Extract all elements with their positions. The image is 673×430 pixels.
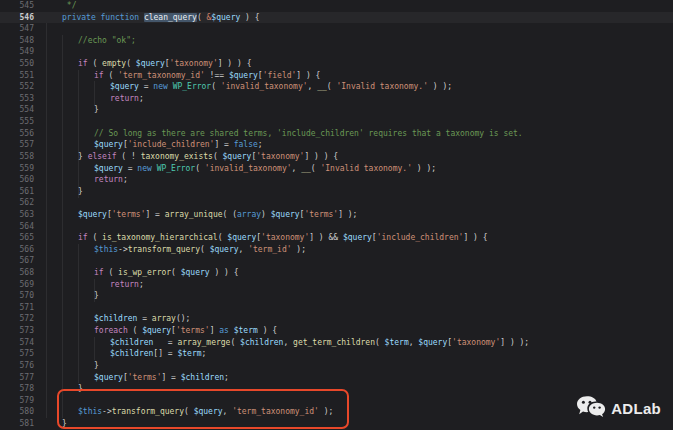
line-number[interactable]: 568 <box>0 267 34 279</box>
line-number[interactable]: 559 <box>0 163 34 175</box>
line-number[interactable]: 558 <box>0 151 34 163</box>
line-number[interactable]: 552 <box>0 81 34 93</box>
code-line[interactable]: 559 $query = new WP_Error( 'invalid_taxo… <box>0 163 673 175</box>
code-text: return; <box>34 93 673 105</box>
token-pun: , <box>239 245 249 254</box>
line-number[interactable]: 578 <box>0 383 34 395</box>
line-number[interactable]: 547 <box>0 23 34 35</box>
code-line[interactable]: 560 return; <box>0 174 673 186</box>
token-pun: ( <box>211 82 221 91</box>
line-number[interactable]: 550 <box>0 58 34 70</box>
line-number[interactable]: 546 <box>0 12 34 24</box>
token-var: $query <box>78 210 107 219</box>
code-line[interactable]: 558 } elseif ( ! taxonomy_exists( $query… <box>0 151 673 163</box>
token-pun: = <box>153 338 177 347</box>
code-line[interactable]: 550 if ( empty( $query['taxonomy'] ) ) { <box>0 58 673 70</box>
token-pun: ] = <box>161 373 180 382</box>
code-line[interactable]: 573 foreach ( $query['terms'] as $term )… <box>0 325 673 337</box>
code-line[interactable]: 562 <box>0 197 673 209</box>
token-fn: is_taxonomy_hierarchical <box>102 233 218 242</box>
line-number[interactable]: 563 <box>0 209 34 221</box>
token-var: $query <box>136 59 165 68</box>
code-line[interactable]: 577 $query['terms'] = $children; <box>0 372 673 384</box>
code-text: $children = array_merge( $children, get_… <box>34 337 673 349</box>
code-line[interactable]: 566 $this->transform_query( $query, 'ter… <box>0 244 673 256</box>
line-number[interactable]: 572 <box>0 313 34 325</box>
token-var: $query <box>227 233 256 242</box>
code-line[interactable]: 581 } <box>0 418 673 430</box>
line-number[interactable]: 562 <box>0 197 34 209</box>
line-number[interactable]: 579 <box>0 395 34 407</box>
line-number[interactable]: 564 <box>0 221 34 233</box>
token-var: $children <box>110 349 153 358</box>
token-pun: , <box>283 338 293 347</box>
line-number[interactable]: 581 <box>0 418 34 430</box>
token-pun: } <box>46 361 99 370</box>
code-line[interactable]: 552 $query = new WP_Error( 'invalid_taxo… <box>0 81 673 93</box>
code-line[interactable]: 565 if ( is_taxonomy_hierarchical( $quer… <box>0 232 673 244</box>
code-line[interactable]: 548 //echo "ok"; <box>0 35 673 47</box>
code-line[interactable]: 570 } <box>0 290 673 302</box>
code-line[interactable]: 579 <box>0 395 673 407</box>
code-line[interactable]: 556 // So long as there are shared terms… <box>0 128 673 140</box>
code-line[interactable]: 555 <box>0 116 673 128</box>
line-number[interactable]: 560 <box>0 174 34 186</box>
line-number[interactable]: 555 <box>0 116 34 128</box>
code-line[interactable]: 554 } <box>0 104 673 116</box>
code-line[interactable]: 549 <box>0 46 673 58</box>
line-number[interactable]: 573 <box>0 325 34 337</box>
code-text <box>34 302 673 314</box>
token-pun: } <box>46 105 99 114</box>
code-line[interactable]: 563 $query['terms'] = array_unique( (arr… <box>0 209 673 221</box>
line-number[interactable]: 549 <box>0 46 34 58</box>
line-number[interactable]: 556 <box>0 128 34 140</box>
code-line[interactable]: 572 $children = array(); <box>0 313 673 325</box>
code-editor[interactable]: 545 */546 private function clean_query( … <box>0 0 673 430</box>
line-number[interactable]: 554 <box>0 104 34 116</box>
token-pun <box>46 71 94 80</box>
token-pun: ) <box>261 210 271 219</box>
line-number[interactable]: 577 <box>0 372 34 384</box>
code-line[interactable]: 576 } <box>0 360 673 372</box>
code-line[interactable]: 575 $children[] = $term; <box>0 348 673 360</box>
token-pun <box>46 407 78 416</box>
line-number[interactable]: 551 <box>0 70 34 82</box>
token-kw: private <box>62 13 96 22</box>
line-number[interactable]: 566 <box>0 244 34 256</box>
token-pun: ) { <box>258 326 277 335</box>
line-number[interactable]: 576 <box>0 360 34 372</box>
token-pun: ( <box>327 82 337 91</box>
line-number[interactable]: 574 <box>0 337 34 349</box>
line-number[interactable]: 553 <box>0 93 34 105</box>
line-number[interactable]: 569 <box>0 279 34 291</box>
code-line[interactable]: 567 <box>0 255 673 267</box>
code-line[interactable]: 574 $children = array_merge( $children, … <box>0 337 673 349</box>
line-number[interactable]: 561 <box>0 186 34 198</box>
code-line[interactable]: 553 return; <box>0 93 673 105</box>
code-line[interactable]: 561 } <box>0 186 673 198</box>
token-pun: ; <box>258 140 263 149</box>
code-line[interactable]: 547 <box>0 23 673 35</box>
code-line[interactable]: 578 } <box>0 383 673 395</box>
code-line[interactable]: 551 if ( 'term_taxonomy_id' !== $query['… <box>0 70 673 82</box>
token-pun: ( <box>311 164 321 173</box>
code-line[interactable]: 569 return; <box>0 279 673 291</box>
line-number[interactable]: 570 <box>0 290 34 302</box>
line-number[interactable]: 580 <box>0 406 34 418</box>
code-line[interactable]: 564 <box>0 221 673 233</box>
code-line[interactable]: 546 private function clean_query( &$quer… <box>0 12 673 24</box>
line-number[interactable]: 548 <box>0 35 34 47</box>
code-line[interactable]: 557 $query['include_children'] = false; <box>0 139 673 151</box>
code-line[interactable]: 571 <box>0 302 673 314</box>
line-number[interactable]: 567 <box>0 255 34 267</box>
code-line[interactable]: 580 $this->transform_query( $query, 'ter… <box>0 406 673 418</box>
code-line[interactable]: 545 */ <box>0 0 673 12</box>
token-pun <box>46 349 110 358</box>
line-number[interactable]: 575 <box>0 348 34 360</box>
line-number[interactable]: 545 <box>0 0 34 12</box>
token-pun <box>46 164 94 173</box>
line-number[interactable]: 557 <box>0 139 34 151</box>
line-number[interactable]: 571 <box>0 302 34 314</box>
line-number[interactable]: 565 <box>0 232 34 244</box>
code-line[interactable]: 568 if ( is_wp_error( $query ) ) { <box>0 267 673 279</box>
